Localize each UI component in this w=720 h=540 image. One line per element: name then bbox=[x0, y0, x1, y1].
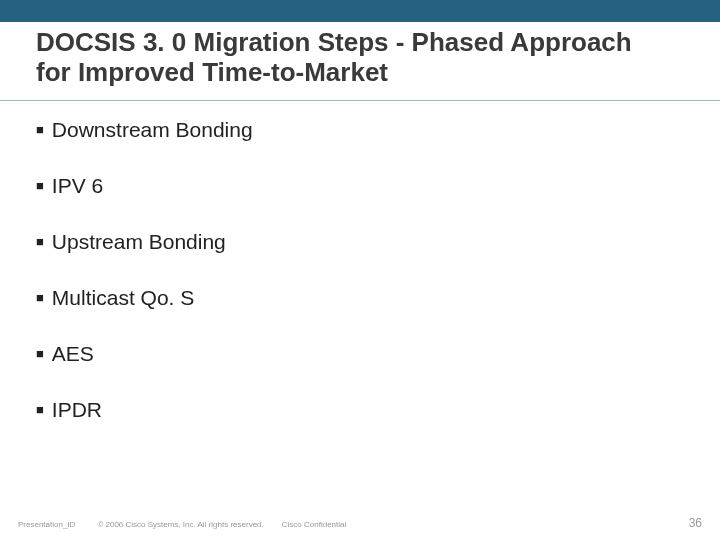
list-item: ■ IPDR bbox=[36, 398, 676, 422]
bullet-icon: ■ bbox=[36, 291, 44, 304]
bullet-text: AES bbox=[52, 342, 94, 366]
list-item: ■ Downstream Bonding bbox=[36, 118, 676, 142]
footer-copyright: © 2006 Cisco Systems, Inc. All rights re… bbox=[97, 520, 263, 529]
bullet-icon: ■ bbox=[36, 179, 44, 192]
bullet-icon: ■ bbox=[36, 235, 44, 248]
slide-footer: Presentation_ID © 2006 Cisco Systems, In… bbox=[18, 516, 702, 530]
bullet-icon: ■ bbox=[36, 347, 44, 360]
list-item: ■ Multicast Qo. S bbox=[36, 286, 676, 310]
list-item: ■ Upstream Bonding bbox=[36, 230, 676, 254]
slide-title: DOCSIS 3. 0 Migration Steps - Phased App… bbox=[36, 28, 656, 88]
bullet-text: Multicast Qo. S bbox=[52, 286, 194, 310]
bullet-text: IPV 6 bbox=[52, 174, 103, 198]
title-underline bbox=[0, 100, 720, 101]
bullet-text: Upstream Bonding bbox=[52, 230, 226, 254]
footer-presentation-id: Presentation_ID bbox=[18, 520, 75, 529]
footer-page-number: 36 bbox=[689, 516, 702, 530]
list-item: ■ IPV 6 bbox=[36, 174, 676, 198]
bullet-text: Downstream Bonding bbox=[52, 118, 253, 142]
header-accent-bar bbox=[0, 0, 720, 22]
bullet-icon: ■ bbox=[36, 403, 44, 416]
bullet-text: IPDR bbox=[52, 398, 102, 422]
bullet-icon: ■ bbox=[36, 123, 44, 136]
list-item: ■ AES bbox=[36, 342, 676, 366]
bullet-list: ■ Downstream Bonding ■ IPV 6 ■ Upstream … bbox=[36, 118, 676, 454]
footer-confidential: Cisco Confidential bbox=[282, 520, 346, 529]
